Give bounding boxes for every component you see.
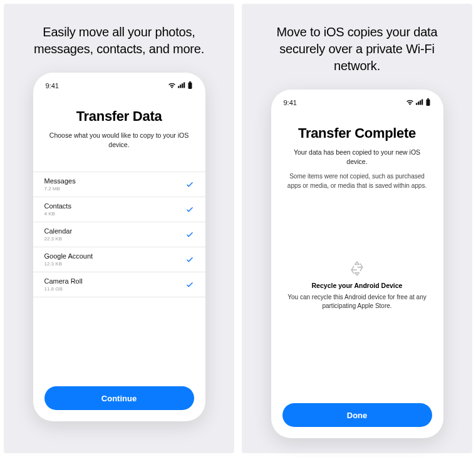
svg-rect-10: [427, 98, 429, 100]
list-item-size: 12.3 KB: [44, 261, 93, 267]
screen-note: Some items were not copied, such as purc…: [271, 172, 443, 190]
svg-rect-1: [180, 85, 181, 88]
signal-icon: [178, 82, 185, 90]
list-item-label: Calendar: [44, 227, 73, 235]
recycle-desc: You can recycle this Android device for …: [285, 293, 430, 311]
list-item-label: Messages: [44, 177, 76, 185]
wifi-icon: [406, 99, 414, 106]
checkmark-icon: [185, 255, 194, 264]
list-item-label: Google Account: [44, 252, 93, 260]
recycle-block: Recycle your Android Device You can recy…: [271, 260, 443, 311]
list-item-size: 11.8 GB: [44, 286, 83, 292]
wifi-icon: [168, 82, 176, 90]
list-item[interactable]: Contacts 4 KB: [33, 197, 205, 222]
headline: Move to iOS copies your data securely ov…: [242, 24, 472, 74]
recycle-icon: [349, 260, 365, 277]
checkmark-icon: [185, 280, 194, 289]
screen-title: Transfer Complete: [271, 125, 443, 141]
battery-icon: [425, 98, 431, 107]
done-button[interactable]: Done: [282, 403, 432, 427]
status-icons: [406, 98, 431, 107]
list-item[interactable]: Messages 7.2 MB: [33, 172, 205, 197]
screenshot-panel-1: Easily move all your photos, messages, c…: [4, 4, 234, 453]
list-item-size: 22.3 KB: [44, 236, 73, 242]
screen-subtitle: Your data has been copied to your new iO…: [271, 148, 443, 166]
list-item[interactable]: Google Account 12.3 KB: [33, 247, 205, 272]
checkmark-icon: [185, 230, 194, 239]
list-item-size: 4 KB: [44, 211, 71, 217]
svg-rect-7: [418, 101, 419, 105]
screen-title: Transfer Data: [33, 108, 205, 125]
continue-button[interactable]: Continue: [44, 386, 194, 410]
status-bar: 9:41: [33, 75, 205, 93]
list-item-label: Contacts: [44, 202, 71, 210]
recycle-title: Recycle your Android Device: [285, 282, 430, 289]
list-item[interactable]: Camera Roll 11.8 GB: [33, 272, 205, 297]
list-item-size: 7.2 MB: [44, 186, 76, 192]
phone-content: Transfer Data Choose what you would like…: [33, 93, 205, 421]
phone-frame: 9:41 Transfer Data Choose what you would…: [33, 73, 205, 421]
headline: Easily move all your photos, messages, c…: [4, 24, 234, 58]
svg-rect-4: [189, 81, 191, 83]
phone-footer: Continue: [33, 377, 205, 421]
phone-frame: 9:41 Transfer Complete Your data has bee…: [271, 90, 443, 438]
checkmark-icon: [185, 180, 194, 189]
status-time: 9:41: [284, 99, 297, 106]
screenshot-panel-2: Move to iOS copies your data securely ov…: [242, 4, 472, 453]
screen-subtitle: Choose what you would like to copy to yo…: [33, 131, 205, 149]
status-bar: 9:41: [271, 92, 443, 110]
list-item[interactable]: Calendar 22.3 KB: [33, 222, 205, 247]
phone-footer: Done: [271, 394, 443, 438]
status-time: 9:41: [46, 82, 59, 90]
list-item-label: Camera Roll: [44, 277, 83, 285]
svg-rect-3: [184, 83, 185, 88]
status-icons: [168, 81, 193, 90]
svg-rect-2: [182, 83, 183, 88]
svg-rect-5: [188, 83, 192, 90]
svg-rect-0: [178, 86, 179, 88]
phone-content: Transfer Complete Your data has been cop…: [271, 110, 443, 438]
battery-icon: [187, 81, 193, 90]
svg-rect-11: [426, 100, 430, 106]
transfer-list: Messages 7.2 MB Contacts 4 KB Calendar: [33, 172, 205, 297]
signal-icon: [416, 99, 423, 106]
checkmark-icon: [185, 205, 194, 214]
svg-rect-9: [422, 100, 423, 105]
svg-rect-8: [420, 100, 421, 105]
svg-rect-6: [416, 103, 417, 105]
